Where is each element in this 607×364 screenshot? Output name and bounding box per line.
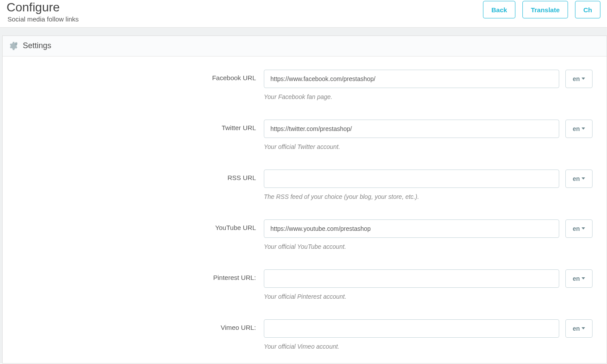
twitter-help: Your official Twitter account. [264,143,340,150]
pinterest-input[interactable] [264,269,559,288]
caret-down-icon [582,277,585,279]
panel-heading: Settings [3,36,607,57]
lang-label: en [573,75,580,82]
rss-help: The RSS feed of your choice (your blog, … [264,193,419,200]
vimeo-label: Vimeo URL: [11,319,264,331]
pinterest-help: Your official Pinterest account. [264,293,346,300]
vimeo-help: Your official Vimeo account. [264,343,340,350]
lang-label: en [573,175,580,182]
vimeo-input[interactable] [264,319,559,338]
facebook-help: Your Facebook fan page. [264,93,332,100]
twitter-label: Twitter URL [11,120,264,131]
page-title-block: Configure Social media follow links [7,0,79,23]
twitter-lang-dropdown[interactable]: en [565,120,593,138]
translate-button[interactable]: Translate [522,1,568,18]
form-group-pinterest: Pinterest URL: en Your official Pinteres… [11,269,598,300]
page-header: Configure Social media follow links Back… [0,0,607,28]
caret-down-icon [582,78,585,80]
facebook-lang-dropdown[interactable]: en [565,70,593,88]
caret-down-icon [582,327,585,329]
lang-label: en [573,225,580,232]
settings-panel: Settings Facebook URL en Yo [2,35,607,364]
form-group-vimeo: Vimeo URL: en Your official Vimeo accoun… [11,319,598,350]
form-group-twitter: Twitter URL en Your official Twitter acc… [11,120,598,150]
twitter-input[interactable] [264,120,559,138]
lang-label: en [573,325,580,332]
lang-label: en [573,275,580,282]
form-group-youtube: YouTube URL en Your official YouTube acc… [11,219,598,250]
back-button[interactable]: Back [483,1,515,18]
rss-input[interactable] [264,170,559,188]
youtube-lang-dropdown[interactable]: en [565,219,593,238]
youtube-input[interactable] [264,219,559,238]
vimeo-lang-dropdown[interactable]: en [565,319,593,338]
form-group-rss: RSS URL en The RSS feed of your choice (… [11,170,598,200]
form-group-facebook: Facebook URL en Your Facebook fan page. [11,70,598,100]
caret-down-icon [582,127,585,130]
rss-lang-dropdown[interactable]: en [565,170,593,188]
check-button-partial[interactable]: Ch [575,1,600,18]
cogs-icon [9,41,18,51]
caret-down-icon [582,177,585,180]
page-subtitle: Social media follow links [7,15,79,23]
rss-label: RSS URL [11,170,264,181]
caret-down-icon [582,227,585,230]
facebook-label: Facebook URL [11,70,264,81]
content-area: Settings Facebook URL en Yo [0,28,607,364]
pinterest-lang-dropdown[interactable]: en [565,269,593,288]
youtube-help: Your official YouTube account. [264,243,346,250]
header-actions: Back Translate Ch [483,0,600,18]
youtube-label: YouTube URL [11,219,264,231]
panel-body: Facebook URL en Your Facebook fan page. [3,57,607,363]
svg-point-0 [15,42,18,45]
page-title: Configure [7,1,79,14]
pinterest-label: Pinterest URL: [11,269,264,281]
panel-heading-title: Settings [23,41,51,50]
lang-label: en [573,125,580,132]
facebook-input[interactable] [264,70,559,88]
